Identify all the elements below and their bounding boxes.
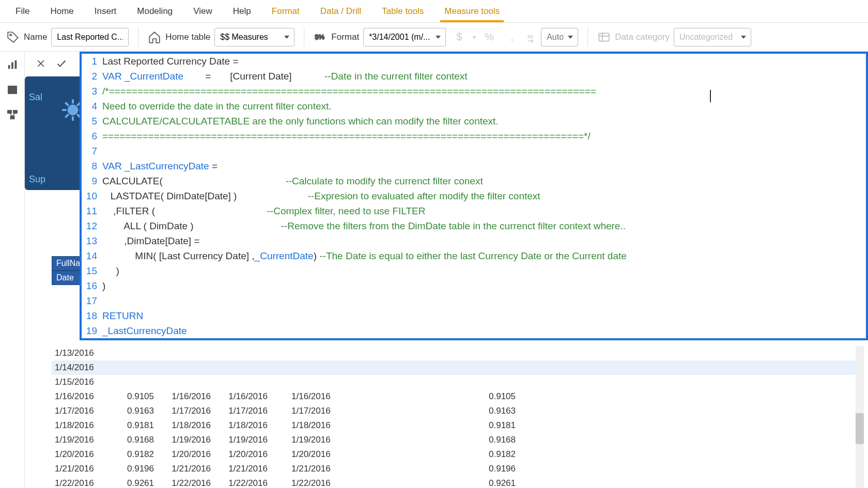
code-content[interactable]: ========================================…	[102, 129, 866, 144]
line-number: 10	[82, 188, 102, 203]
code-line[interactable]: 19_LastCurrencyDate	[82, 323, 866, 338]
svg-point-0	[10, 34, 11, 36]
code-content[interactable]: ,DimDate[Date] =	[102, 233, 866, 248]
ribbon-tab-insert[interactable]: Insert	[84, 1, 127, 22]
code-content[interactable]: CALCULATE/CALCULATETABLE are the only fu…	[102, 114, 866, 129]
ribbon-tab-home[interactable]: Home	[40, 1, 84, 22]
table-row[interactable]: 1/19/20160.91681/19/20161/19/20161/19/20…	[52, 433, 862, 447]
code-line[interactable]: 7	[82, 144, 866, 159]
code-content[interactable]	[102, 293, 866, 308]
format-select[interactable]	[363, 28, 446, 46]
table-row[interactable]: 1/22/20160.92611/22/20161/22/20161/22/20…	[52, 476, 862, 488]
cell: 1/17/2016	[52, 406, 107, 416]
table-row[interactable]: 1/20/20160.91821/20/20161/20/20161/20/20…	[52, 447, 862, 462]
home-icon	[148, 30, 161, 44]
ribbon-tab-table-tools[interactable]: Table tools	[371, 1, 434, 22]
code-content[interactable]	[102, 144, 866, 159]
percent-button[interactable]: %	[480, 28, 499, 46]
token-plain: Last Reported Currency Date =	[102, 56, 239, 67]
code-line[interactable]: 10 LASTDATE( DimDate[Date] ) --Expresion…	[82, 188, 866, 203]
code-line[interactable]: 18RETURN	[82, 308, 866, 323]
code-content[interactable]: )	[102, 278, 866, 293]
report-view-button[interactable]	[5, 59, 20, 71]
code-line[interactable]: 13 ,DimDate[Date] =	[82, 233, 866, 248]
code-content[interactable]: )	[102, 263, 866, 278]
code-content[interactable]: ALL ( DimDate ) --Remove the filters fro…	[102, 218, 866, 233]
code-line[interactable]: 8VAR _LastCurrencyDate =	[82, 159, 866, 174]
code-line[interactable]: 6=======================================…	[82, 129, 866, 144]
code-line[interactable]: 14 MIN( [Last Currency Date] ,_CurrentDa…	[82, 248, 866, 263]
divider	[304, 28, 304, 46]
code-line[interactable]: 12 ALL ( DimDate ) --Remove the filters …	[82, 218, 866, 233]
token-kw: RETURN	[102, 310, 143, 321]
table-row[interactable]: 1/15/2016	[52, 375, 862, 389]
decimals-input[interactable]	[541, 28, 578, 46]
code-content[interactable]: /*======================================…	[102, 84, 866, 99]
code-line[interactable]: 1Last Reported Currency Date =	[82, 54, 866, 69]
table-row[interactable]: 1/16/20160.91051/16/20161/16/20161/16/20…	[52, 389, 862, 404]
svg-rect-9	[8, 86, 17, 94]
ribbon-tab-file[interactable]: File	[5, 1, 40, 22]
code-line[interactable]: 15 )	[82, 263, 866, 278]
token-comment: --Date in the current filter context	[324, 71, 468, 82]
token-plain	[155, 206, 267, 216]
line-number: 13	[82, 233, 102, 248]
token-var: _CurrentDate	[255, 250, 314, 261]
code-line[interactable]: 17	[82, 293, 866, 308]
code-content[interactable]: ,FILTER ( --Complex filter, need to use …	[102, 203, 866, 218]
code-content[interactable]: MIN( [Last Currency Date] ,_CurrentDate)…	[102, 248, 866, 263]
code-content[interactable]: CALCULATE( --Calculate to modify the cur…	[102, 174, 866, 188]
line-number: 3	[82, 84, 102, 99]
cell: 1/22/2016	[157, 478, 214, 488]
table-row[interactable]: 1/13/2016	[52, 346, 862, 360]
cell: 0.9182	[405, 449, 519, 460]
cell: 0.9105	[107, 391, 157, 402]
code-content[interactable]: Last Reported Currency Date =	[102, 54, 866, 69]
line-number: 7	[82, 144, 102, 159]
category-select[interactable]	[674, 28, 751, 46]
code-line[interactable]: 5CALCULATE/CALCULATETABLE are the only f…	[82, 114, 866, 129]
hometable-select[interactable]	[214, 28, 295, 46]
code-content[interactable]: _LastCurrencyDate	[102, 323, 866, 338]
ribbon-tab-data-drill[interactable]: Data / Drill	[310, 1, 371, 22]
code-line[interactable]: 9CALCULATE( --Calculate to modify the cu…	[82, 174, 866, 188]
token-comment: ========================================…	[102, 131, 591, 141]
model-view-button[interactable]	[5, 108, 20, 121]
gear-icon	[60, 97, 81, 123]
name-input[interactable]	[51, 28, 129, 46]
table-row[interactable]: 1/18/20160.91811/18/20161/18/20161/18/20…	[52, 418, 862, 433]
commit-button[interactable]	[54, 56, 69, 71]
code-content[interactable]: VAR _LastCurrencyDate =	[102, 159, 866, 174]
table-row[interactable]: 1/21/20160.91961/21/20161/21/20161/21/20…	[52, 462, 862, 476]
ribbon-tab-help[interactable]: Help	[223, 1, 261, 22]
scrollbar-thumb[interactable]	[856, 413, 864, 444]
svg-text:$%: $%	[315, 33, 324, 41]
formula-bar: 1Last Reported Currency Date =2VAR _Curr…	[25, 52, 868, 340]
code-line[interactable]: 11 ,FILTER ( --Complex filter, need to u…	[82, 203, 866, 218]
thousands-button[interactable]: ,	[503, 28, 521, 46]
code-content[interactable]: Need to override the date in the current…	[102, 99, 866, 114]
code-content[interactable]: LASTDATE( DimDate[Date] ) --Expresion to…	[102, 188, 866, 203]
svg-text:.00: .00	[526, 34, 533, 39]
code-line[interactable]: 4Need to override the date in the curren…	[82, 99, 866, 114]
cancel-button[interactable]	[33, 56, 49, 71]
code-line[interactable]: 2VAR _CurrentDate = [Current Date] --Dat…	[82, 69, 866, 84]
svg-rect-6	[8, 65, 10, 69]
ribbon-tab-view[interactable]: View	[183, 1, 223, 22]
code-line[interactable]: 16)	[82, 278, 866, 293]
table-row[interactable]: 1/17/20160.91631/17/20161/17/20161/17/20…	[52, 404, 862, 418]
decimal-icon[interactable]: .00	[525, 32, 537, 43]
ribbon-tab-format[interactable]: Format	[261, 1, 310, 22]
table-row[interactable]: 1/14/2016	[52, 360, 862, 375]
ribbon-tab-measure-tools[interactable]: Measure tools	[434, 1, 510, 22]
ribbon-tab-modeling[interactable]: Modeling	[127, 1, 183, 22]
currency-button[interactable]: $	[450, 28, 469, 46]
token-plain: (	[153, 250, 159, 261]
code-content[interactable]: RETURN	[102, 308, 866, 323]
token-plain: (	[149, 206, 155, 216]
code-line[interactable]: 3/*=====================================…	[82, 84, 866, 99]
cell: 1/21/2016	[271, 464, 405, 474]
code-content[interactable]: VAR _CurrentDate = [Current Date] --Date…	[102, 69, 866, 84]
data-view-button[interactable]	[5, 84, 20, 96]
formula-editor[interactable]: 1Last Reported Currency Date =2VAR _Curr…	[80, 52, 868, 340]
